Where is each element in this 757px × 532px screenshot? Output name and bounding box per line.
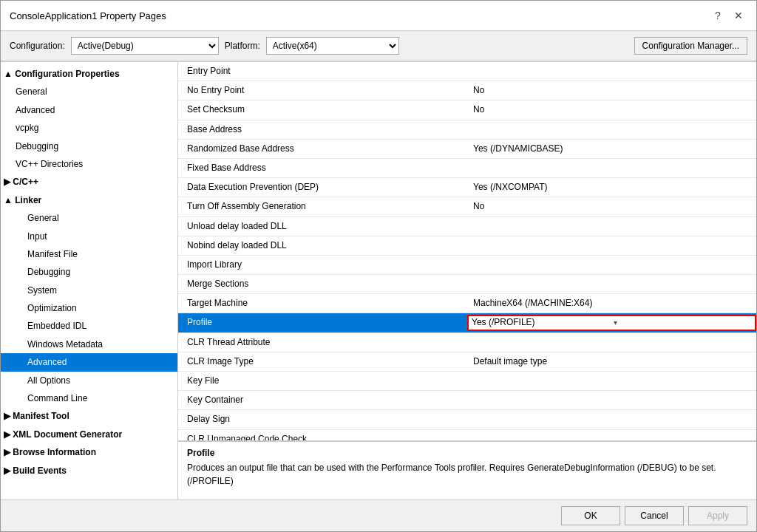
tree-item-debugging[interactable]: Debugging: [1, 137, 177, 155]
dialog-title: ConsoleApplication1 Property Pages: [10, 10, 166, 21]
help-button[interactable]: ?: [709, 7, 727, 24]
platform-select[interactable]: Active(x64): [266, 37, 399, 55]
table-row[interactable]: Set ChecksumNo: [178, 100, 756, 120]
table-row[interactable]: CLR Unmanaged Code Check: [178, 429, 756, 440]
platform-label: Platform:: [225, 41, 260, 51]
prop-value: Default image type: [467, 352, 756, 371]
table-row[interactable]: Entry Point: [178, 62, 756, 81]
prop-name: Profile: [178, 313, 467, 332]
tree-item-linker[interactable]: ▲ Linker: [1, 191, 177, 209]
apply-button[interactable]: Apply: [688, 506, 747, 525]
table-row[interactable]: ProfileYes (/PROFILE)▾: [178, 313, 756, 332]
prop-name: Target Machine: [178, 294, 467, 313]
prop-value: [467, 332, 756, 352]
table-row[interactable]: Target MachineMachineX64 (/MACHINE:X64): [178, 294, 756, 313]
tree-item-linker-debugging[interactable]: Debugging: [1, 263, 177, 281]
tree-item-cpp[interactable]: ▶ C/C++: [1, 173, 177, 191]
table-row[interactable]: Turn Off Assembly GenerationNo: [178, 197, 756, 216]
config-manager-button[interactable]: Configuration Manager...: [634, 37, 747, 55]
config-select[interactable]: Active(Debug): [71, 37, 219, 55]
tree-item-optimization[interactable]: Optimization: [1, 299, 177, 317]
prop-value: [467, 429, 756, 440]
tree-item-manifest-file[interactable]: Manifest File: [1, 245, 177, 263]
tree-item-linker-input[interactable]: Input: [1, 228, 177, 245]
table-row[interactable]: CLR Image TypeDefault image type: [178, 352, 756, 371]
table-row[interactable]: Fixed Base Address: [178, 158, 756, 177]
tree-item-vc-directories[interactable]: VC++ Directories: [1, 155, 177, 173]
table-row[interactable]: CLR Thread Attribute: [178, 332, 756, 352]
table-row[interactable]: Delay Sign: [178, 410, 756, 429]
tree-item-general[interactable]: General: [1, 83, 177, 100]
tree-item-manifest-tool[interactable]: ▶ Manifest Tool: [1, 407, 177, 425]
table-row[interactable]: Merge Sections: [178, 275, 756, 294]
prop-value: [467, 410, 756, 429]
prop-name: Fixed Base Address: [178, 158, 467, 177]
prop-value: [467, 236, 756, 255]
tree-item-advanced-linker[interactable]: Advanced: [1, 353, 177, 371]
prop-name: Base Address: [178, 120, 467, 139]
title-bar: ConsoleApplication1 Property Pages ? ✕: [1, 1, 756, 31]
table-row[interactable]: Base Address: [178, 120, 756, 139]
prop-value: [467, 391, 756, 410]
prop-name: Data Execution Prevention (DEP): [178, 178, 467, 197]
prop-value: Yes (/NXCOMPAT): [467, 178, 756, 197]
tree-item-windows-metadata[interactable]: Windows Metadata: [1, 335, 177, 353]
dropdown-arrow-icon: ▾: [614, 317, 753, 329]
tree-item-all-options[interactable]: All Options: [1, 372, 177, 389]
table-row[interactable]: Unload delay loaded DLL: [178, 216, 756, 236]
prop-name: Delay Sign: [178, 410, 467, 429]
dropdown-value: Yes (/PROFILE): [472, 316, 611, 330]
prop-value: MachineX64 (/MACHINE:X64): [467, 294, 756, 313]
description-text: Produces an output file that can be used…: [187, 461, 747, 488]
tree-item-system[interactable]: System: [1, 282, 177, 299]
tree-item-advanced[interactable]: Advanced: [1, 101, 177, 119]
prop-name: CLR Unmanaged Code Check: [178, 429, 467, 440]
prop-value: [467, 255, 756, 274]
table-row[interactable]: Key File: [178, 372, 756, 391]
dropdown-cell[interactable]: Yes (/PROFILE)▾: [467, 315, 756, 331]
bottom-bar: OK Cancel Apply: [1, 499, 756, 531]
tree-item-xml-doc-gen[interactable]: ▶ XML Document Generator: [1, 426, 177, 443]
prop-value: [467, 275, 756, 294]
prop-name: CLR Thread Attribute: [178, 332, 467, 352]
config-label: Configuration:: [10, 41, 65, 51]
prop-name: Key File: [178, 372, 467, 391]
prop-name: Unload delay loaded DLL: [178, 216, 467, 236]
table-row[interactable]: No Entry PointNo: [178, 81, 756, 100]
cancel-button[interactable]: Cancel: [625, 506, 684, 525]
tree-item-linker-general[interactable]: General: [1, 209, 177, 227]
props-table-area: Entry PointNo Entry PointNoSet ChecksumN…: [178, 62, 756, 440]
table-row[interactable]: Randomized Base AddressYes (/DYNAMICBASE…: [178, 139, 756, 158]
table-row[interactable]: Import Library: [178, 255, 756, 274]
prop-value[interactable]: Yes (/PROFILE)▾: [467, 313, 756, 332]
description-panel: Profile Produces an output file that can…: [178, 440, 756, 499]
description-title: Profile: [187, 448, 747, 458]
prop-name: Entry Point: [178, 62, 467, 81]
ok-button[interactable]: OK: [561, 506, 620, 525]
property-pages-dialog: ConsoleApplication1 Property Pages ? ✕ C…: [0, 0, 757, 532]
close-button[interactable]: ✕: [730, 7, 747, 24]
prop-name: Set Checksum: [178, 100, 467, 120]
prop-name: Nobind delay loaded DLL: [178, 236, 467, 255]
tree-item-config-props[interactable]: ▲ Configuration Properties: [1, 65, 177, 83]
prop-value: Yes (/DYNAMICBASE): [467, 139, 756, 158]
prop-value: No: [467, 197, 756, 216]
table-row[interactable]: Key Container: [178, 391, 756, 410]
tree-item-embedded-idl[interactable]: Embedded IDL: [1, 317, 177, 335]
prop-name: Key Container: [178, 391, 467, 410]
props-panel: Entry PointNo Entry PointNoSet ChecksumN…: [178, 62, 756, 499]
table-row[interactable]: Nobind delay loaded DLL: [178, 236, 756, 255]
config-bar: Configuration: Active(Debug) Platform: A…: [1, 31, 756, 61]
prop-value: [467, 120, 756, 139]
prop-name: No Entry Point: [178, 81, 467, 100]
tree-item-browse-info[interactable]: ▶ Browse Information: [1, 443, 177, 461]
prop-name: Merge Sections: [178, 275, 467, 294]
table-row[interactable]: Data Execution Prevention (DEP)Yes (/NXC…: [178, 178, 756, 197]
prop-name: Turn Off Assembly Generation: [178, 197, 467, 216]
props-table: Entry PointNo Entry PointNoSet ChecksumN…: [178, 62, 756, 440]
title-bar-controls: ? ✕: [709, 7, 747, 24]
tree-item-vcpkg[interactable]: vcpkg: [1, 119, 177, 137]
main-content: ▲ Configuration PropertiesGeneralAdvance…: [1, 61, 756, 499]
tree-item-command-line[interactable]: Command Line: [1, 389, 177, 407]
tree-item-build-events[interactable]: ▶ Build Events: [1, 462, 177, 480]
